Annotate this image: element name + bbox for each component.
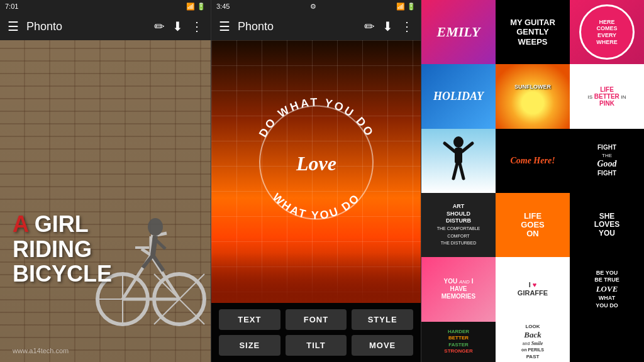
svg-text:WHAT YOU DO: WHAT YOU DO — [270, 191, 362, 222]
menu-icon-middle[interactable]: ☰ — [219, 19, 230, 34]
cell-holiday[interactable]: Holiday — [421, 64, 496, 128]
cell-harder-text: HARDERBETTERFASTERSTRONGER — [442, 327, 474, 357]
cell-memories[interactable]: YOU and IHAVEMEMORIES — [421, 257, 496, 321]
topbar-left: ☰ Phonto ✏ ⬇ ⋮ — [0, 13, 211, 40]
cell-emily-text: Emily — [435, 21, 483, 43]
edit-icon-middle[interactable]: ✏ — [364, 19, 375, 34]
text-button[interactable]: TEXT — [219, 309, 280, 330]
cell-come-here-text: Come Here! — [510, 156, 555, 166]
cell-be-you-text: BE YOUBE TRUELOVEWHATYOU DO — [592, 268, 621, 312]
cell-sunflower[interactable]: SUNFLOWER — [496, 64, 570, 128]
cell-she-loves[interactable]: SHELOVESYOU — [570, 193, 644, 257]
settings-icon-status: ⚙ — [310, 3, 316, 11]
more-icon-middle[interactable]: ⋮ — [401, 19, 413, 34]
cell-here-text: HERECOMESEVERYWHERE — [595, 18, 619, 47]
cell-fight-text: FIGHTTHEGoodFIGHT — [594, 141, 619, 180]
cell-art-text: ARTSHOULDDISTURBTHE COMFORTABLECOMFORTTH… — [435, 201, 482, 249]
cell-silhouette[interactable] — [421, 129, 496, 193]
cell-be-you[interactable]: BE YOUBE TRUELOVEWHATYOU DO — [570, 257, 644, 321]
status-bar-left: 7:01 📶 🔋 — [0, 0, 211, 13]
toolbar-bottom: TEXT FONT STYLE SIZE TILT MOVE — [211, 303, 421, 362]
cell-look-back[interactable]: LOOKBackand Smileon PERILSPAST — [496, 322, 570, 362]
download-icon-middle[interactable]: ⬇ — [382, 19, 393, 34]
cell-pink[interactable]: LIFEis BETTER inPINK — [570, 64, 644, 128]
style-button[interactable]: STYLE — [352, 309, 413, 330]
cell-she-loves-text: SHELOVESYOU — [592, 210, 623, 240]
right-panel: Emily MY GUITARGENTLYWEEPS HERECOMESEVER… — [421, 0, 644, 362]
size-button[interactable]: SIZE — [219, 335, 280, 356]
svg-line-25 — [445, 143, 455, 151]
cell-harder[interactable]: HARDERBETTERFASTERSTRONGER — [421, 322, 496, 362]
svg-line-18 — [155, 239, 165, 249]
svg-line-15 — [153, 236, 155, 255]
time-left: 7:01 — [5, 3, 18, 10]
more-icon-left[interactable]: ⋮ — [191, 19, 203, 34]
svg-rect-24 — [455, 148, 462, 163]
font-button[interactable]: FONT — [286, 309, 347, 330]
text-line3: BICYCLE — [13, 261, 112, 287]
svg-point-23 — [453, 136, 464, 148]
circular-text-svg: DO WHAT YOU DO WHAT YOU DO Love — [241, 87, 392, 238]
text-line2: RIDING — [13, 236, 92, 262]
tilt-button[interactable]: TILT — [286, 335, 347, 356]
cell-pink-text: LIFEis BETTER inPINK — [585, 84, 628, 110]
cell-life-goes[interactable]: LIFEGOESON — [496, 193, 570, 257]
text-prefix: A — [13, 211, 28, 237]
status-bar-middle: 3:45 ⚙ 📶 🔋 — [211, 0, 421, 13]
app-title-left: Phonto — [26, 20, 147, 33]
cell-fight[interactable]: FIGHTTHEGoodFIGHT — [570, 129, 644, 193]
time-middle: 3:45 — [216, 3, 230, 10]
canvas-middle: DO WHAT YOU DO WHAT YOU DO Love — [211, 40, 421, 303]
topbar-middle: ☰ Phonto ✏ ⬇ ⋮ — [211, 13, 421, 40]
svg-line-26 — [462, 143, 472, 151]
download-icon-left[interactable]: ⬇ — [172, 19, 183, 34]
watermark: www.a14tech.com — [13, 347, 69, 354]
cell-art[interactable]: ARTSHOULDDISTURBTHE COMFORTABLECOMFORTTH… — [421, 193, 496, 257]
menu-icon-left[interactable]: ☰ — [8, 19, 19, 34]
cell-emily[interactable]: Emily — [421, 0, 496, 64]
circular-text-container: DO WHAT YOU DO WHAT YOU DO Love — [241, 87, 392, 238]
svg-line-28 — [460, 163, 464, 178]
cell-look-back-text: LOOKBackand Smileon PERILSPAST — [519, 322, 546, 362]
svg-point-14 — [148, 218, 163, 236]
cell-memories-text: YOU and IHAVEMEMORIES — [440, 276, 477, 302]
cell-giraffe-text: I ♥GIRAFFE — [518, 281, 548, 297]
app-title-middle: Phonto — [238, 20, 357, 33]
cell-guitar[interactable]: MY GUITARGENTLYWEEPS — [496, 0, 570, 64]
cell-holiday-text: Holiday — [431, 87, 486, 106]
left-panel: 7:01 📶 🔋 ☰ Phonto ✏ ⬇ ⋮ — [0, 0, 211, 362]
clouds — [211, 253, 421, 303]
svg-line-27 — [453, 163, 457, 178]
edit-icon-left[interactable]: ✏ — [154, 19, 165, 34]
image-text-left: A GIRL RIDING BICYCLE — [13, 212, 112, 287]
silhouette-svg — [440, 136, 477, 186]
svg-line-17 — [143, 255, 153, 268]
cell-come-here[interactable]: Come Here! — [496, 129, 570, 193]
cell-guitar-text: MY GUITARGENTLYWEEPS — [508, 15, 558, 50]
middle-panel: 3:45 ⚙ 📶 🔋 ☰ Phonto ✏ ⬇ ⋮ DO WHAT YOU DO… — [211, 0, 421, 362]
text-line1: GIRL — [35, 211, 89, 237]
cell-sunflower-text: SUNFLOWER — [513, 82, 553, 92]
system-icons-middle: 📶 🔋 — [396, 3, 416, 11]
cell-giraffe[interactable]: I ♥GIRAFFE — [496, 257, 570, 321]
move-button[interactable]: MOVE — [352, 335, 413, 356]
cell-life-goes-text: LIFEGOESON — [518, 209, 547, 241]
canvas-left: A GIRL RIDING BICYCLE www.a14tech.com — [0, 40, 211, 362]
svg-text:DO WHAT YOU DO: DO WHAT YOU DO — [256, 96, 376, 139]
system-icons-left: 📶 🔋 — [186, 3, 206, 11]
svg-text:Love: Love — [296, 152, 336, 175]
cell-here[interactable]: HERECOMESEVERYWHERE — [570, 0, 644, 64]
